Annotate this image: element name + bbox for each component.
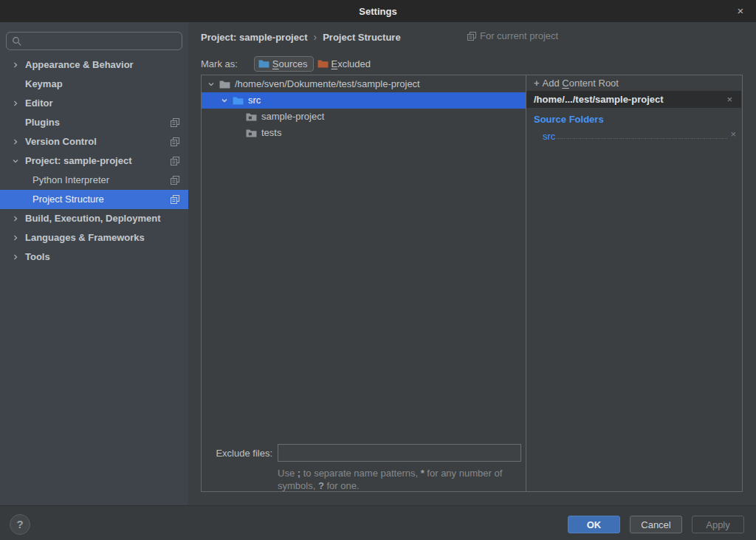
per-project-icon [171, 176, 179, 185]
chevron-right-icon[interactable] [12, 138, 19, 146]
exclude-files-input[interactable] [278, 444, 521, 462]
tree-row-src[interactable]: src [202, 92, 526, 109]
folder-icon [246, 112, 257, 122]
sidebar-item-project-structure[interactable]: Project Structure [0, 190, 188, 209]
folder-icon [219, 80, 230, 89]
content-root-details-panel: +Add Content Root /home/.../test/sample-… [526, 75, 743, 492]
chevron-right-icon[interactable] [12, 253, 19, 261]
folder-icon [246, 129, 257, 138]
mark-as-label: Mark as: [201, 58, 238, 69]
tree-row-label: tests [261, 125, 281, 141]
per-project-icon [171, 157, 179, 165]
per-project-icon [171, 118, 179, 127]
search-input[interactable] [26, 35, 182, 47]
content-roots-tree-panel: /home/sven/Dokumente/test/sample-project… [201, 75, 526, 492]
chevron-right-icon[interactable] [12, 61, 19, 69]
per-project-icon [467, 32, 476, 41]
tree-row-tests[interactable]: tests [202, 125, 526, 141]
chevron-right-icon[interactable] [12, 234, 19, 242]
cancel-button[interactable]: Cancel [630, 516, 682, 533]
content-root-path: /home/.../test/sample-project [534, 94, 664, 105]
source-folder-icon [233, 96, 244, 106]
sidebar-item-label: Keymap [25, 75, 63, 94]
excluded-folder-icon [317, 59, 329, 69]
sidebar-item-label: Appearance & Behavior [25, 55, 134, 75]
sidebar-item-project-sample-project[interactable]: Project: sample-project [0, 151, 188, 171]
sidebar-item-label: Editor [25, 94, 53, 113]
chevron-right-icon[interactable] [12, 100, 19, 107]
sidebar-item-label: Python Interpreter [32, 171, 109, 190]
add-content-root-button[interactable]: +Add Content Root [526, 75, 741, 91]
chevron-right-icon[interactable] [12, 215, 19, 222]
sources-folder-icon [258, 59, 269, 69]
tree-row-label: sample-project [261, 109, 324, 125]
plus-icon: + [534, 78, 540, 89]
tree-row-content-root[interactable]: /home/sven/Dokumente/test/sample-project [202, 76, 526, 92]
tree-row-label: src [248, 92, 261, 109]
apply-button[interactable]: Apply [692, 516, 744, 533]
breadcrumb-separator: › [314, 31, 317, 43]
sidebar-item-appearance-behavior[interactable]: Appearance & Behavior [0, 55, 188, 75]
chevron-down-icon[interactable] [12, 157, 19, 165]
dialog-title: Settings [359, 6, 396, 17]
source-folders-title: Source Folders [534, 114, 604, 125]
chevron-down-icon[interactable] [221, 97, 229, 104]
sidebar-item-label: Version Control [25, 132, 97, 151]
source-folder-row[interactable]: src × [543, 127, 736, 142]
search-icon [12, 36, 22, 47]
sidebar-item-plugins[interactable]: Plugins [0, 113, 188, 132]
tree-row-label: /home/sven/Dokumente/test/sample-project [235, 76, 420, 92]
close-icon[interactable]: × [732, 3, 749, 19]
sidebar-item-label: Project: sample-project [25, 151, 132, 171]
content-root-path-row[interactable]: /home/.../test/sample-project × [526, 91, 741, 108]
mark-excluded-button[interactable]: Excluded [314, 57, 376, 71]
tree-row-sample-project[interactable]: sample-project [202, 109, 526, 125]
source-folder-name: src [543, 131, 555, 142]
mark-sources-button[interactable]: Sources [254, 56, 314, 72]
chevron-down-icon[interactable] [207, 81, 216, 88]
sidebar-item-build-execution-deployment[interactable]: Build, Execution, Deployment [0, 209, 188, 228]
per-project-icon [171, 195, 179, 204]
remove-source-folder-icon[interactable]: × [730, 127, 736, 142]
exclude-files-label: Exclude files: [202, 445, 272, 462]
sidebar-item-label: Languages & Frameworks [25, 228, 145, 247]
exclude-files-help: Use ; to separate name patterns, * for a… [278, 467, 529, 492]
sidebar-item-label: Project Structure [32, 190, 104, 209]
per-project-icon [171, 137, 179, 146]
sidebar-item-label: Tools [25, 247, 50, 267]
sidebar-item-version-control[interactable]: Version Control [0, 132, 188, 151]
breadcrumb-item[interactable]: Project Structure [323, 32, 400, 43]
sidebar-item-python-interpreter[interactable]: Python Interpreter [0, 171, 188, 190]
footer-buttons: OK Cancel Apply [568, 516, 744, 533]
breadcrumb-item[interactable]: Project: sample-project [201, 32, 308, 43]
sidebar-item-editor[interactable]: Editor [0, 94, 188, 113]
scope-note: For current project [467, 30, 558, 41]
dialog-footer: ? OK Cancel Apply [0, 505, 756, 540]
sidebar-item-languages-frameworks[interactable]: Languages & Frameworks [0, 228, 188, 247]
sidebar-item-keymap[interactable]: Keymap [0, 75, 188, 94]
mark-as-row: Mark as: Sources Excluded [201, 55, 376, 72]
help-button[interactable]: ? [10, 514, 30, 535]
dialog-titlebar: Settings × [0, 0, 756, 22]
dotted-leader [557, 138, 727, 139]
search-box[interactable] [6, 32, 182, 50]
mark-sources-label: Sources [272, 58, 308, 69]
ok-button[interactable]: OK [568, 516, 620, 533]
mark-excluded-label: Excluded [331, 58, 371, 69]
breadcrumb: Project: sample-project › Project Struct… [201, 30, 401, 44]
sidebar-item-label: Build, Execution, Deployment [25, 209, 160, 228]
remove-content-root-icon[interactable]: × [726, 91, 732, 108]
sidebar-item-label: Plugins [25, 113, 60, 132]
sidebar-item-tools[interactable]: Tools [0, 247, 188, 267]
scope-note-label: For current project [480, 30, 558, 41]
settings-sidebar: Appearance & Behavior Keymap Editor Plug… [0, 22, 188, 505]
